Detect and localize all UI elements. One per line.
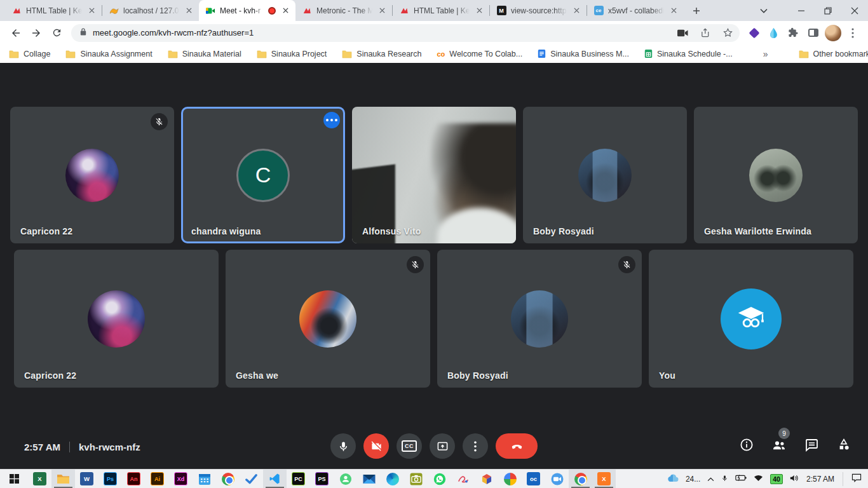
other-bookmarks[interactable]: Other bookmarks (799, 50, 868, 58)
taskbar-app-calendar[interactable] (193, 470, 216, 488)
taskbar-app-adobe-xd[interactable]: Xd (169, 470, 193, 488)
tab-search-caret-button[interactable] (752, 0, 775, 21)
bookmark-welcome-colab[interactable]: co Welcome To Colab... (437, 50, 522, 58)
tab-close-icon[interactable] (474, 5, 485, 16)
more-options-button[interactable] (463, 433, 488, 459)
end-call-button[interactable] (496, 433, 538, 459)
battery-percent-badge[interactable]: 40 (770, 474, 783, 484)
participant-tile-you[interactable]: You (649, 250, 853, 388)
tab-meet-active[interactable]: Meet - kvh-r (199, 0, 295, 21)
taskbar-app-oc[interactable]: oc (522, 470, 545, 488)
taskbar-app-pycharm[interactable]: PC (287, 470, 310, 488)
camera-access-icon[interactable] (675, 25, 691, 41)
taskbar-app-vscode[interactable] (263, 470, 287, 488)
start-button[interactable] (0, 470, 28, 488)
weather-temperature[interactable]: 24... (686, 475, 700, 484)
taskbar-app-phpstorm[interactable]: PS (310, 470, 334, 488)
tab-metronic[interactable]: Metronic - The M (295, 0, 392, 21)
tab-close-icon[interactable] (280, 5, 291, 16)
participant-tile-chandra[interactable]: C chandra wiguna (181, 107, 345, 243)
taskbar-app-animate[interactable]: An (122, 470, 146, 488)
close-window-button[interactable] (841, 0, 868, 21)
tab-collabedit[interactable]: ce x5wvf - collabedi (587, 0, 684, 21)
restore-button[interactable] (815, 0, 841, 21)
tab-close-icon[interactable] (377, 5, 388, 16)
back-button[interactable] (6, 24, 25, 43)
weather-icon[interactable] (667, 473, 679, 485)
drop-extension-icon[interactable] (764, 24, 783, 42)
taskbar-app-illustrator[interactable]: Ai (146, 470, 169, 488)
taskbar-app-file-explorer[interactable] (51, 470, 75, 488)
new-tab-button[interactable] (688, 2, 705, 20)
taskbar-app-xampp[interactable]: X (592, 470, 616, 488)
tab-view-source[interactable]: M view-source:http (490, 0, 587, 21)
participant-tile-boby[interactable]: Boby Rosyadi (523, 107, 687, 243)
taskbar-app-edge[interactable] (381, 470, 404, 488)
camera-off-button[interactable] (363, 433, 389, 459)
bookmark-folder-research[interactable]: Sinauka Research (342, 50, 421, 58)
taskbar-app-excel[interactable]: X (28, 470, 51, 488)
taskbar-app-chrome-2[interactable] (569, 470, 592, 488)
address-bar[interactable]: meet.google.com/kvh-rwcm-nfz?authuser=1 (71, 24, 740, 42)
taskbar-app-mail[interactable] (357, 470, 381, 488)
taskbar-app-photos[interactable] (498, 470, 522, 488)
participant-tile-boby-2[interactable]: Boby Rosyadi (437, 250, 642, 388)
tab-close-icon[interactable] (571, 5, 582, 16)
participant-tile-gesha-we[interactable]: Gesha we (226, 250, 430, 388)
tray-battery-icon[interactable] (735, 474, 747, 484)
tray-chevron-up-icon[interactable] (707, 475, 714, 484)
tab-close-icon[interactable] (86, 5, 97, 16)
taskbar-app-zoom[interactable] (545, 470, 569, 488)
chat-button[interactable] (804, 437, 819, 452)
participant-avatar (299, 290, 356, 348)
side-panel-icon[interactable] (804, 24, 822, 42)
activities-button[interactable] (836, 437, 851, 452)
taskbar-app-todo-check[interactable] (240, 470, 263, 488)
bookmark-business[interactable]: Sinauka Business M... (538, 49, 629, 58)
tab-html-table-1[interactable]: HTML Table | Kee (5, 0, 102, 21)
taskbar-app-chrome[interactable] (216, 470, 240, 488)
captions-button[interactable]: CC (397, 433, 422, 459)
present-button[interactable] (430, 433, 455, 459)
extensions-puzzle-icon[interactable] (784, 24, 803, 42)
microphone-button[interactable] (330, 433, 356, 459)
profile-avatar[interactable] (824, 24, 842, 42)
bookmark-folder-material[interactable]: Sinauka Material (168, 50, 241, 58)
bookmark-star-icon[interactable] (719, 25, 736, 41)
tab-localhost[interactable]: localhost / 127.0. (102, 0, 199, 21)
participant-tile-gesha-warilotte[interactable]: Gesha Warilotte Erwinda (694, 107, 858, 243)
taskbar-app-photoshop[interactable]: Ps (98, 470, 122, 488)
metronic-favicon (399, 6, 409, 16)
bookmark-folder-project[interactable]: Sinauka Project (257, 50, 327, 58)
participant-tile-capricon22-2[interactable]: Capricon 22 (14, 250, 219, 388)
bookmark-folder-assignment[interactable]: Sinauka Assignment (65, 50, 152, 58)
meeting-panels: 9 (739, 437, 851, 452)
taskbar-app-word[interactable]: W (75, 470, 98, 488)
minimize-button[interactable] (788, 0, 815, 21)
bookmark-schedule[interactable]: Sinauka Schedule -... (644, 49, 733, 58)
bookmark-folder-collage[interactable]: Collage (9, 50, 50, 58)
meeting-details-button[interactable] (739, 437, 754, 452)
taskbar-app-open-camera[interactable] (404, 470, 428, 488)
notification-center-icon[interactable] (851, 473, 862, 484)
bookmarks-overflow-chevron[interactable]: » (763, 49, 768, 59)
tab-close-icon[interactable] (668, 5, 679, 16)
tray-volume-icon[interactable] (790, 474, 799, 484)
participants-button[interactable]: 9 (771, 437, 787, 452)
browser-menu-kebab-icon[interactable] (843, 24, 862, 42)
taskbar-app-cube[interactable] (475, 470, 498, 488)
taskbar-app-green[interactable] (334, 470, 357, 488)
share-icon[interactable] (697, 25, 714, 41)
forward-button[interactable] (27, 24, 46, 43)
tab-close-icon[interactable] (184, 5, 194, 16)
reload-button[interactable] (47, 24, 66, 43)
tray-wifi-icon[interactable] (754, 474, 763, 484)
vpn-extension-icon[interactable] (745, 24, 763, 42)
taskbar-app-ribbon[interactable] (451, 470, 475, 488)
participant-tile-alfonsus-video[interactable]: Alfonsus Vito (352, 107, 516, 243)
taskbar-app-whatsapp[interactable] (428, 470, 451, 488)
tab-html-table-2[interactable]: HTML Table | Kee (393, 0, 489, 21)
tray-microphone-icon[interactable] (721, 473, 728, 485)
participant-tile-capricon22[interactable]: Capricon 22 (10, 107, 174, 243)
tray-clock[interactable]: 2:57 AM (806, 475, 834, 484)
